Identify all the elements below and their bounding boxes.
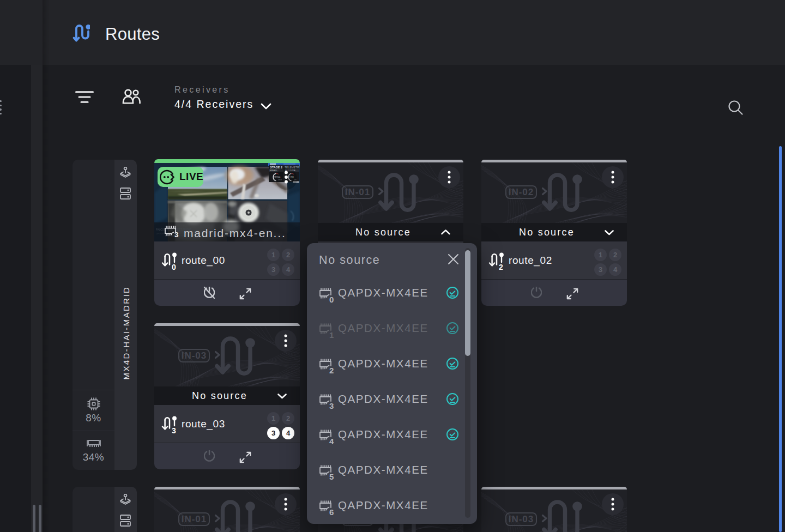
svg-text:STAGE 2: STAGE 2 (270, 166, 282, 169)
svg-text:SPEED: SPEED (270, 169, 277, 172)
